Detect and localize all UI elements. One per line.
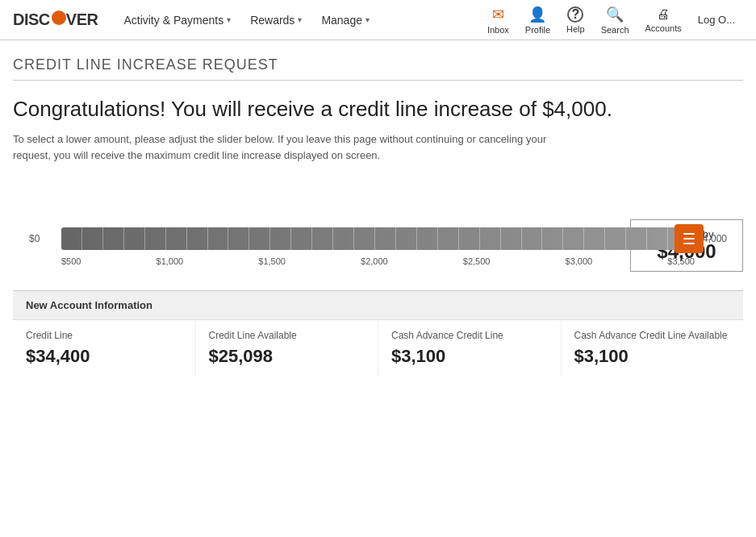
credit-line-available-value: $25,098 <box>209 346 365 367</box>
nav-activity-payments-label: Activity & Payments <box>123 14 223 27</box>
profile-icon: 👤 <box>528 6 546 23</box>
tick-3500: $3,500 <box>667 256 695 266</box>
tick-1000: $1,000 <box>157 256 184 266</box>
nav-rewards-arrow: ▾ <box>298 15 302 24</box>
accounts-icon: 🖨 <box>657 7 670 22</box>
search-icon: 🔍 <box>606 6 624 23</box>
account-info-grid: Credit Line $34,400 Credit Line Availabl… <box>13 319 743 377</box>
cash-advance-label: Cash Advance Credit Line <box>391 330 548 341</box>
nav-links: Activity & Payments ▾ Rewards ▾ Manage ▾ <box>114 0 478 40</box>
credit-line-value: $34,400 <box>26 346 182 367</box>
cash-advance-available-label: Cash Advance Credit Line Available <box>574 330 731 341</box>
congrats-section: Congratulations! You will receive a cred… <box>13 97 743 163</box>
nav-activity-payments-arrow: ▾ <box>227 15 231 24</box>
slider-thumb[interactable] <box>675 224 704 253</box>
tick-500: $500 <box>61 256 81 266</box>
slider-section: Increase by $4,000 $0 $4,000 <box>13 227 743 266</box>
credit-line-label: Credit Line <box>26 330 182 341</box>
page-title: CREDIT LINE INCREASE REQUEST <box>13 56 743 81</box>
tick-1500: $1,500 <box>258 256 286 266</box>
congrats-subtext: To select a lower amount, please adjust … <box>13 131 578 163</box>
inbox-label: Inbox <box>487 25 509 35</box>
slider-thumb-lines <box>683 233 695 244</box>
slider-thumb-line-3 <box>683 243 695 244</box>
nav-inbox[interactable]: ✉ Inbox <box>479 0 517 40</box>
logo-text: DISCVER <box>13 10 98 29</box>
logo-dot <box>52 10 66 25</box>
slider-min-label: $0 <box>29 233 53 244</box>
account-cell-credit-line-available: Credit Line Available $25,098 <box>196 320 379 377</box>
nav-help[interactable]: ? Help <box>558 0 593 40</box>
discover-logo: DISCVER <box>13 10 98 29</box>
account-info-header: New Account Information <box>13 291 743 319</box>
account-cell-cash-advance-available: Cash Advance Credit Line Available $3,10… <box>562 320 744 377</box>
account-info-section: New Account Information Credit Line $34,… <box>13 290 743 377</box>
search-label: Search <box>601 25 629 35</box>
help-label: Help <box>566 24 585 34</box>
logout-link[interactable]: Log O... <box>690 14 743 26</box>
inbox-icon: ✉ <box>492 6 504 23</box>
nav-manage[interactable]: Manage ▾ <box>311 0 379 40</box>
nav-manage-arrow: ▾ <box>365 15 370 24</box>
nav-accounts[interactable]: 🖨 Accounts <box>637 0 690 40</box>
slider-wrapper: $0 $4,000 <box>29 227 727 250</box>
help-icon: ? <box>567 6 583 23</box>
profile-label: Profile <box>525 25 550 35</box>
account-cell-cash-advance: Cash Advance Credit Line $3,100 <box>378 320 562 377</box>
navbar: DISCVER Activity & Payments ▾ Rewards ▾ … <box>0 0 756 40</box>
page-content: CREDIT LINE INCREASE REQUEST Congratulat… <box>0 40 756 393</box>
slider-tick-labels: $500 $1,000 $1,500 $2,000 $2,500 $3,000 … <box>29 256 727 266</box>
congrats-subtext-part1: To select a lower amount, please adjust … <box>13 133 274 145</box>
account-cell-credit-line: Credit Line $34,400 <box>13 320 196 377</box>
slider-thumb-line-2 <box>683 238 695 239</box>
nav-profile[interactable]: 👤 Profile <box>517 0 558 40</box>
congrats-heading: Congratulations! You will receive a cred… <box>13 97 743 122</box>
nav-rewards[interactable]: Rewards ▾ <box>240 0 311 40</box>
nav-activity-payments[interactable]: Activity & Payments ▾ <box>114 0 240 40</box>
nav-rewards-label: Rewards <box>250 14 294 27</box>
slider-track-container: $0 $4,000 $500 $1,000 $1,500 $2,000 <box>13 227 743 266</box>
credit-line-available-label: Credit Line Available <box>209 330 365 341</box>
slider-thumb-line-1 <box>683 233 695 235</box>
accounts-label: Accounts <box>645 23 682 33</box>
tick-3000: $3,000 <box>566 256 593 266</box>
nav-search[interactable]: 🔍 Search <box>593 0 637 40</box>
slider-track[interactable] <box>61 227 689 250</box>
cash-advance-value: $3,100 <box>391 346 548 367</box>
nav-icons: ✉ Inbox 👤 Profile ? Help 🔍 Search 🖨 Acco… <box>479 0 743 40</box>
nav-manage-label: Manage <box>321 14 362 27</box>
tick-2500: $2,500 <box>463 256 491 266</box>
tick-2000: $2,000 <box>361 256 388 266</box>
cash-advance-available-value: $3,100 <box>574 346 731 367</box>
